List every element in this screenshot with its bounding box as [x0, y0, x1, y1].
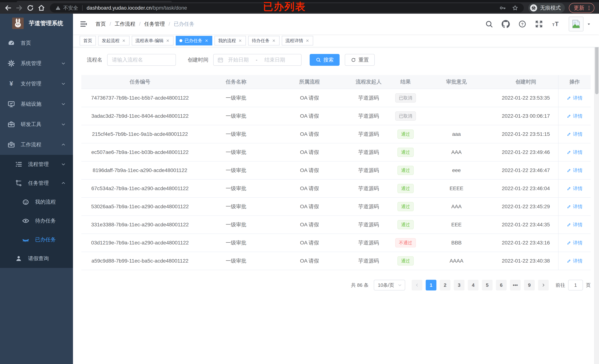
detail-link[interactable]: 详情 [567, 222, 582, 228]
search-button[interactable]: 搜索 [310, 54, 340, 66]
page-size-select[interactable]: 10条/页 [374, 280, 405, 291]
breadcrumb-item[interactable]: 工作流程 [115, 20, 135, 27]
next-page-button[interactable] [538, 280, 549, 291]
detail-link[interactable]: 详情 [567, 258, 582, 264]
detail-link[interactable]: 详情 [567, 240, 582, 246]
detail-link[interactable]: 详情 [567, 149, 582, 156]
calendar-icon [217, 57, 224, 63]
page-button[interactable]: 3 [454, 280, 465, 291]
scrollbar[interactable] [594, 14, 599, 364]
date-range-picker[interactable]: 开始日期 - 结束日期 [213, 54, 301, 66]
table-head: 任务编号任务名称所属流程流程发起人结果审批意见创建时间操作 [81, 75, 591, 89]
sidebar-item[interactable]: ¥支付管理 [0, 73, 73, 94]
sidebar-item[interactable]: 基础设施 [0, 94, 73, 114]
cell-opinion: aaa [419, 125, 493, 143]
edit-icon [567, 240, 572, 245]
sidebar-item[interactable]: 待办任务 [0, 211, 73, 230]
search-icon[interactable] [485, 20, 493, 28]
page-button[interactable]: 5 [482, 280, 493, 291]
tab-label: 我的流程 [218, 38, 236, 44]
star-icon[interactable] [512, 4, 519, 11]
sidebar-item[interactable]: 我的流程 [0, 193, 73, 211]
tab-label: 首页 [83, 38, 92, 44]
result-badge: 通过 [397, 220, 414, 230]
sidebar-item[interactable]: 请假查询 [0, 249, 73, 268]
detail-link[interactable]: 详情 [567, 204, 582, 210]
sidebar-item[interactable]: 已办任务 [0, 230, 73, 249]
close-icon[interactable] [305, 39, 309, 43]
close-icon[interactable] [204, 39, 209, 43]
page-button[interactable]: 2 [440, 280, 450, 291]
page-tab[interactable]: 发起流程 [98, 36, 130, 45]
cell-action: 详情 [558, 252, 591, 270]
detail-link[interactable]: 详情 [567, 113, 582, 119]
page-tab[interactable]: 已办任务 [176, 36, 212, 45]
sidebar-item[interactable]: 首页 [0, 33, 73, 53]
detail-label: 详情 [573, 167, 582, 174]
svg-text:¥: ¥ [9, 80, 13, 87]
font-size-icon[interactable]: TT [551, 20, 560, 28]
detail-link[interactable]: 详情 [567, 185, 582, 192]
cell: 芋道源码 [345, 125, 392, 143]
cell-result: 通过 [392, 216, 419, 234]
page-button[interactable]: 4 [468, 280, 478, 291]
breadcrumb-separator: / [169, 21, 170, 27]
page-button[interactable]: 1 [426, 280, 436, 291]
breadcrumb-item[interactable]: 任务管理 [144, 20, 165, 27]
breadcrumb-item[interactable]: 首页 [96, 20, 106, 27]
chevron-up-icon [61, 142, 66, 147]
close-icon[interactable] [122, 39, 126, 43]
page-button[interactable]: 9 [524, 280, 535, 291]
close-icon[interactable] [166, 39, 170, 43]
update-button[interactable]: 更新 [569, 3, 594, 13]
user-menu-caret-icon[interactable] [586, 21, 592, 27]
github-icon[interactable] [502, 20, 510, 28]
page-button[interactable]: 6 [496, 280, 507, 291]
cell: 331e3388-7b9a-11ec-a290-acde48001122 [81, 216, 199, 234]
page-tab[interactable]: 流程表单-编辑 [132, 36, 174, 45]
cell: 一级审批 [199, 125, 273, 143]
sidebar-item[interactable]: 研发工具 [0, 114, 73, 134]
sidebar-item[interactable]: 工作流程 [0, 134, 73, 155]
reset-button[interactable]: 重置 [345, 54, 375, 66]
pager-ellipsis[interactable]: ••• [510, 280, 521, 291]
page-tab[interactable]: 首页 [80, 36, 96, 45]
prev-page-button[interactable] [412, 280, 422, 291]
page-tab[interactable]: 流程详情 [282, 36, 313, 45]
detail-link[interactable]: 详情 [567, 95, 582, 101]
fullscreen-icon[interactable] [535, 20, 543, 28]
chevron-right-icon [541, 283, 546, 287]
page-tab[interactable]: 我的流程 [214, 36, 246, 45]
sidebar-item-label: 已办任务 [35, 236, 56, 243]
cell-opinion: EEE [419, 216, 493, 234]
page-tab[interactable]: 待办任务 [248, 36, 280, 45]
cell-result: 不通过 [392, 234, 419, 252]
cell: 芋道源码 [345, 198, 392, 215]
avatar[interactable] [569, 17, 583, 31]
cell: 一级审批 [199, 89, 273, 107]
close-icon[interactable] [272, 39, 276, 43]
cell-opinion: AAA [419, 143, 493, 161]
browser-menu-icon[interactable] [586, 5, 592, 11]
sidebar-item[interactable]: 系统管理 [0, 53, 73, 73]
sidebar-item[interactable]: 任务管理 [0, 174, 73, 193]
cell: 53026aa5-7b9a-11ec-a290-acde48001122 [81, 198, 199, 215]
back-icon[interactable] [4, 4, 12, 12]
close-icon[interactable] [238, 39, 242, 43]
cell-result: 通过 [392, 125, 419, 143]
detail-link[interactable]: 详情 [567, 167, 582, 174]
detail-link[interactable]: 详情 [567, 131, 582, 137]
help-icon[interactable]: ? [518, 20, 527, 28]
process-name-input[interactable] [107, 54, 176, 66]
result-badge: 通过 [397, 184, 414, 193]
forward-icon[interactable] [15, 4, 23, 12]
sidebar-item-label: 系统管理 [21, 60, 41, 67]
app-logo[interactable]: 芋道管理系统 [0, 14, 73, 33]
cell: 芋道源码 [345, 161, 392, 179]
sidebar-item[interactable]: 流程管理 [0, 155, 73, 174]
hamburger-icon[interactable] [80, 20, 88, 28]
reload-icon[interactable] [26, 4, 34, 12]
key-icon[interactable] [499, 4, 506, 11]
goto-page-input[interactable] [568, 280, 583, 291]
home-icon[interactable] [37, 4, 45, 12]
